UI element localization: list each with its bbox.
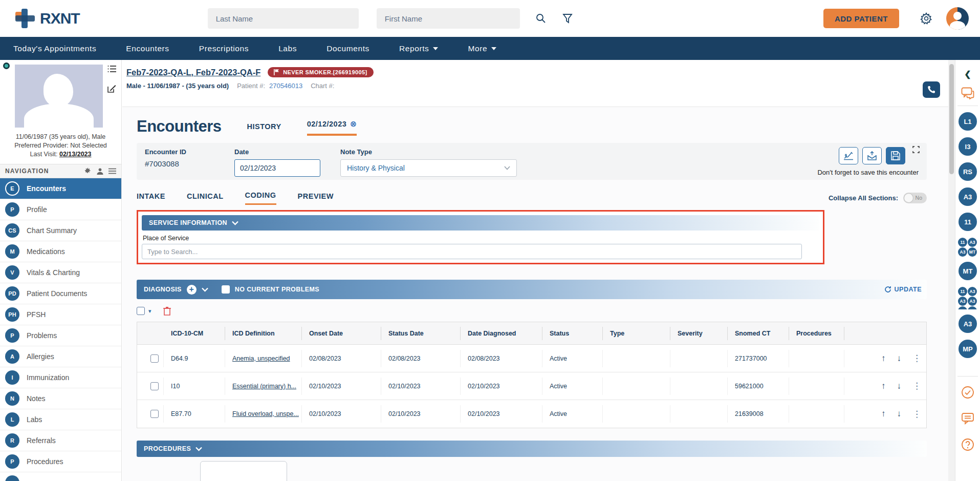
rxnt-logo[interactable]: RXNT (13, 7, 80, 30)
rail-badge-small[interactable]: A3 (968, 238, 977, 247)
rail-badge[interactable]: 11 (959, 213, 977, 231)
sidebar-item-labs[interactable]: LLabs (0, 409, 121, 430)
sidebar-item-notes[interactable]: NNotes (0, 388, 121, 409)
no-current-problems-checkbox[interactable] (222, 285, 230, 294)
move-up-icon[interactable]: ↑ (881, 409, 886, 419)
tab-history[interactable]: HISTORY (247, 122, 281, 136)
tab-encounter-date[interactable]: 02/12/2023 ⊗ (307, 119, 357, 136)
procedures-header[interactable]: PROCEDURES (137, 441, 927, 457)
messages-icon[interactable] (961, 87, 974, 99)
sidebar-item-problems[interactable]: PProblems (0, 325, 121, 346)
sidebar-item-profile[interactable]: PProfile (0, 199, 121, 220)
tab-intake[interactable]: INTAKE (137, 192, 165, 204)
rail-badge-small[interactable]: A3 (968, 287, 977, 296)
user-avatar[interactable] (946, 7, 969, 30)
nav-gear-icon[interactable] (84, 168, 92, 175)
tab-preview[interactable]: PREVIEW (298, 192, 334, 204)
sidebar-item-pfsh[interactable]: PHPFSH (0, 304, 121, 325)
collapse-all-toggle[interactable]: No (903, 193, 927, 203)
comment-icon[interactable] (961, 412, 974, 425)
telehealth-call-button[interactable] (923, 81, 940, 98)
sidebar-item-patient-documents[interactable]: PDPatient Documents (0, 283, 121, 304)
nav-reports[interactable]: Reports (399, 44, 438, 53)
sidebar-item-vitals-charting[interactable]: VVitals & Charting (0, 262, 121, 283)
delete-selected-icon[interactable] (163, 306, 171, 316)
note-type-select[interactable]: History & Physical (340, 159, 517, 177)
first-name-input[interactable] (377, 8, 520, 29)
rail-badge[interactable]: A3 (959, 187, 977, 206)
nav-todays-appointments[interactable]: Today's Appointments (13, 44, 96, 53)
vertical-scrollbar[interactable] (948, 60, 955, 481)
add-patient-button[interactable]: ADD PATIENT (823, 9, 899, 28)
service-information-header[interactable]: SERVICE INFORMATION (142, 215, 819, 231)
chevron-down-icon[interactable] (202, 287, 208, 292)
move-up-icon[interactable]: ↑ (881, 381, 886, 391)
nav-encounters[interactable]: Encounters (126, 44, 169, 53)
select-all-checkbox[interactable] (137, 307, 145, 315)
row-menu-icon[interactable]: ⋮ (912, 381, 921, 391)
add-diagnosis-icon[interactable]: + (187, 285, 197, 295)
send-encounter-button[interactable] (862, 147, 882, 164)
rail-badge-small[interactable]: A3 (968, 297, 977, 306)
last-visit-link[interactable]: 02/13/2023 (59, 151, 92, 158)
row-menu-icon[interactable]: ⋮ (912, 353, 921, 364)
sidebar-item-encounters[interactable]: EEncounters (0, 178, 121, 199)
place-of-service-input[interactable] (142, 244, 802, 259)
tasks-check-icon[interactable] (961, 386, 974, 399)
rail-badge[interactable]: I3 (959, 137, 977, 156)
rail-badge[interactable]: MT (959, 262, 977, 280)
patient-list-icon[interactable] (107, 65, 116, 73)
settings-gear-icon[interactable] (920, 12, 933, 25)
rail-badge-small[interactable]: 11 (958, 287, 967, 296)
rail-badge-small[interactable]: 11 (958, 238, 967, 247)
filter-icon[interactable] (562, 13, 573, 24)
scrollbar-thumb[interactable] (949, 64, 954, 174)
patient-name-link[interactable]: Feb7-2023-QA-L, Feb7-2023-QA-F (126, 68, 260, 77)
last-name-input[interactable] (208, 8, 359, 29)
smoking-status-badge[interactable]: NEVER SMOKER.[266919005] (268, 67, 373, 77)
nav-more[interactable]: More (468, 44, 496, 53)
rail-badge[interactable]: L1 (959, 112, 977, 131)
sidebar-item-chart-summary[interactable]: CSChart Summary (0, 220, 121, 241)
update-button[interactable]: UPDATE (884, 286, 922, 293)
rail-badge-cluster[interactable]: 11 A3 A3 A3 (958, 287, 977, 309)
rail-badge-small[interactable] (958, 306, 967, 309)
row-checkbox[interactable] (150, 410, 159, 418)
rail-badge-small[interactable] (968, 306, 977, 309)
nav-person-icon[interactable] (96, 168, 104, 175)
nav-prescriptions[interactable]: Prescriptions (199, 44, 249, 53)
tab-clinical[interactable]: CLINICAL (187, 192, 224, 204)
help-icon[interactable] (961, 438, 974, 451)
sidebar-item-procedures[interactable]: PProcedures (0, 451, 121, 472)
fullscreen-icon[interactable] (912, 146, 920, 153)
save-encounter-button[interactable] (886, 147, 905, 164)
sidebar-item-allergies[interactable]: AAllergies (0, 346, 121, 367)
rail-badge[interactable]: RS (959, 162, 977, 181)
patient-number-link[interactable]: 270546013 (269, 82, 302, 90)
nav-list-icon[interactable] (108, 168, 116, 174)
sign-encounter-button[interactable] (839, 147, 858, 164)
rail-badge-cluster[interactable]: 11 A3 A3 MT (958, 238, 977, 257)
sidebar-item-referrals[interactable]: RReferrals (0, 430, 121, 451)
close-tab-icon[interactable]: ⊗ (350, 119, 357, 129)
cell-definition-link[interactable]: Fluid overload, unspe... (232, 410, 299, 417)
search-icon[interactable] (535, 13, 547, 24)
nav-labs[interactable]: Labs (278, 44, 297, 53)
chevron-down-icon[interactable]: ▾ (148, 308, 151, 315)
sidebar-item-partial[interactable] (0, 472, 121, 481)
move-up-icon[interactable]: ↑ (881, 353, 886, 364)
sidebar-item-immunization[interactable]: IImmunization (0, 367, 121, 388)
rail-badge-small[interactable]: MT (968, 247, 977, 257)
row-menu-icon[interactable]: ⋮ (912, 409, 921, 420)
rail-badge-small[interactable]: A3 (958, 247, 967, 257)
cell-definition-link[interactable]: Anemia, unspecified (232, 355, 290, 362)
move-down-icon[interactable]: ↓ (897, 353, 902, 364)
rail-badge[interactable]: A3 (959, 315, 977, 333)
cell-definition-link[interactable]: Essential (primary) h... (232, 383, 296, 390)
row-checkbox[interactable] (150, 354, 159, 363)
rail-badge-small[interactable]: A3 (958, 297, 967, 306)
move-down-icon[interactable]: ↓ (897, 381, 902, 391)
encounter-date-input[interactable] (234, 159, 320, 177)
sidebar-item-medications[interactable]: MMedications (0, 241, 121, 262)
collapse-rail-icon[interactable]: ❮ (964, 69, 971, 79)
